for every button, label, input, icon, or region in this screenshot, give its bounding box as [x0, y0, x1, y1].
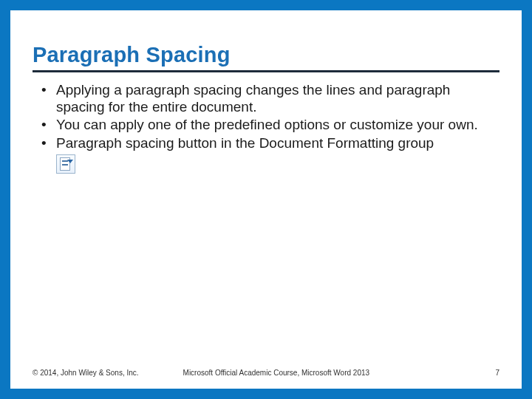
copyright-text: © 2014, John Wiley & Sons, Inc.: [33, 369, 139, 377]
bullet-item: You can apply one of the predefined opti…: [38, 116, 499, 133]
slide: Paragraph Spacing Applying a paragraph s…: [0, 0, 532, 399]
slide-title: Paragraph Spacing: [33, 43, 499, 69]
bullet-item: Applying a paragraph spacing changes the…: [38, 81, 499, 115]
footer: © 2014, John Wiley & Sons, Inc. Microsof…: [33, 369, 499, 377]
bullet-item: Paragraph spacing button in the Document…: [38, 134, 499, 151]
title-underline: [33, 70, 499, 72]
page-number: 7: [495, 369, 499, 377]
bullet-list: Applying a paragraph spacing changes the…: [33, 81, 499, 151]
icon-container: [56, 154, 499, 177]
course-text: Microsoft Official Academic Course, Micr…: [183, 369, 496, 377]
content-area: Applying a paragraph spacing changes the…: [33, 81, 499, 177]
paragraph-spacing-icon: [56, 154, 75, 174]
